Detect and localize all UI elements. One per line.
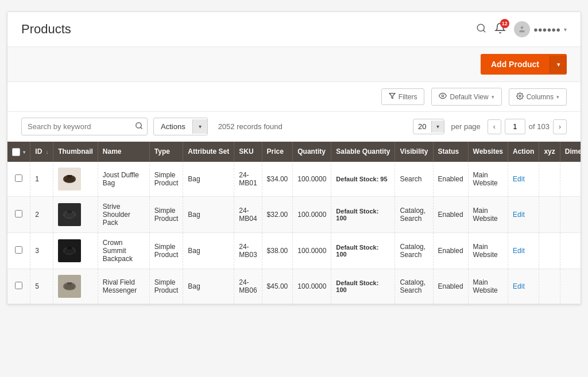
search-wrapper xyxy=(21,118,148,135)
th-xyz[interactable]: xyz xyxy=(539,142,560,162)
table-body: 1 Joust Duffle Bag Simple Product Bag 24… xyxy=(7,162,581,304)
svg-point-4 xyxy=(442,95,444,97)
th-visibility[interactable]: Visibility xyxy=(395,142,433,162)
records-count: 2052 records found xyxy=(218,122,283,131)
row-edit-link[interactable]: Edit xyxy=(513,282,525,290)
row-checkbox[interactable] xyxy=(15,282,22,289)
row-attribute-set: Bag xyxy=(183,269,234,304)
per-page-value: 20 xyxy=(413,119,431,134)
notification-count: 12 xyxy=(500,19,509,28)
row-checkbox-cell xyxy=(7,162,30,197)
eye-icon xyxy=(439,92,447,102)
per-page-select[interactable]: 20 ▾ xyxy=(413,119,444,134)
th-price[interactable]: Price xyxy=(262,142,293,162)
row-thumbnail xyxy=(53,232,98,269)
row-salable-qty: Default Stock: 100 xyxy=(331,232,395,269)
row-checkbox[interactable] xyxy=(15,210,22,217)
th-quantity[interactable]: Quantity xyxy=(293,142,331,162)
th-action[interactable]: Action xyxy=(508,142,539,162)
th-id[interactable]: ID ↓ xyxy=(30,142,53,162)
row-edit-link[interactable]: Edit xyxy=(513,211,525,219)
product-table: ▾ ID ↓ Thumbnail Name Type Attribute Set… xyxy=(7,142,581,304)
default-view-button[interactable]: Default View ▾ xyxy=(431,88,501,106)
row-thumbnail xyxy=(53,196,98,232)
row-type: Simple Product xyxy=(149,196,183,232)
svg-rect-10 xyxy=(67,175,72,177)
svg-rect-19 xyxy=(67,282,72,285)
page-header: Products 12 ●●●●●● ▾ xyxy=(7,12,581,47)
actions-dropdown[interactable]: Actions ▾ xyxy=(153,118,208,135)
top-toolbar: Add Product ▾ xyxy=(7,47,581,82)
row-thumbnail xyxy=(53,269,98,304)
row-dimension xyxy=(560,269,581,304)
th-checkbox[interactable]: ▾ xyxy=(7,142,30,162)
row-edit-link[interactable]: Edit xyxy=(513,175,525,183)
table-row: 2 Strive Shoulder Pack Simple Product Ba… xyxy=(7,196,581,232)
columns-button[interactable]: Columns ▾ xyxy=(509,88,567,106)
row-checkbox-cell xyxy=(7,269,30,304)
row-status: Enabled xyxy=(433,196,468,232)
svg-line-7 xyxy=(141,127,142,129)
row-xyz xyxy=(539,196,560,232)
svg-point-2 xyxy=(521,26,524,29)
row-dimension xyxy=(560,232,581,269)
gear-icon xyxy=(516,92,524,102)
th-dimension[interactable]: Dimension xyxy=(560,142,581,162)
filters-label: Filters xyxy=(399,93,417,101)
product-thumbnail xyxy=(58,239,81,262)
product-thumbnail xyxy=(58,203,81,226)
user-menu[interactable]: ●●●●●● ▾ xyxy=(514,21,567,37)
user-avatar xyxy=(514,21,530,37)
row-checkbox[interactable] xyxy=(15,174,22,182)
pagination: 20 ▾ per page ‹ of 103 › xyxy=(413,119,567,134)
svg-rect-18 xyxy=(65,284,75,289)
row-salable-qty: Default Stock: 100 xyxy=(331,196,395,232)
th-name[interactable]: Name xyxy=(98,142,149,162)
svg-rect-13 xyxy=(67,211,72,213)
th-status[interactable]: Status xyxy=(433,142,468,162)
search-button[interactable] xyxy=(135,122,143,131)
add-product-dropdown-arrow[interactable]: ▾ xyxy=(550,56,567,73)
next-page-button[interactable]: › xyxy=(553,119,567,134)
user-dropdown-arrow: ▾ xyxy=(564,26,567,33)
row-name: Crown Summit Backpack xyxy=(98,232,149,269)
row-visibility: Catalog, Search xyxy=(395,232,433,269)
row-checkbox-cell xyxy=(7,196,30,232)
columns-label: Columns xyxy=(527,93,554,101)
prev-page-button[interactable]: ‹ xyxy=(488,119,501,134)
row-edit-link[interactable]: Edit xyxy=(513,247,525,255)
search-icon[interactable] xyxy=(476,23,486,36)
th-sku[interactable]: SKU xyxy=(234,142,262,162)
row-type: Simple Product xyxy=(149,269,183,304)
row-type: Simple Product xyxy=(149,232,183,269)
svg-rect-15 xyxy=(65,248,75,253)
row-price: $45.00 xyxy=(262,269,293,304)
th-salable-qty[interactable]: Salable Quantity xyxy=(331,142,395,162)
page-title: Products xyxy=(21,22,71,37)
row-dimension xyxy=(560,196,581,232)
row-attribute-set: Bag xyxy=(183,162,234,197)
page-input[interactable] xyxy=(505,119,525,134)
row-quantity: 100.0000 xyxy=(293,196,331,232)
row-status: Enabled xyxy=(433,269,468,304)
table-row: 1 Joust Duffle Bag Simple Product Bag 24… xyxy=(7,162,581,197)
row-salable-qty: Default Stock: 100 xyxy=(331,269,395,304)
row-sku: 24-MB03 xyxy=(234,232,262,269)
th-attribute-set[interactable]: Attribute Set xyxy=(183,142,234,162)
row-checkbox[interactable] xyxy=(15,246,22,254)
filters-button[interactable]: Filters xyxy=(381,88,425,105)
row-websites: Main Website xyxy=(468,269,508,304)
add-product-button[interactable]: Add Product ▾ xyxy=(481,54,567,75)
th-websites[interactable]: Websites xyxy=(468,142,508,162)
notification-bell-icon[interactable]: 12 xyxy=(494,22,506,37)
svg-rect-12 xyxy=(65,212,75,217)
actions-label: Actions xyxy=(154,118,192,135)
row-websites: Main Website xyxy=(468,232,508,269)
add-product-label: Add Product xyxy=(481,54,550,75)
row-id: 1 xyxy=(30,162,53,197)
row-sku: 24-MB06 xyxy=(234,269,262,304)
th-type[interactable]: Type xyxy=(149,142,183,162)
search-input[interactable] xyxy=(21,118,148,135)
row-name: Joust Duffle Bag xyxy=(98,162,149,197)
row-id: 3 xyxy=(30,232,53,269)
